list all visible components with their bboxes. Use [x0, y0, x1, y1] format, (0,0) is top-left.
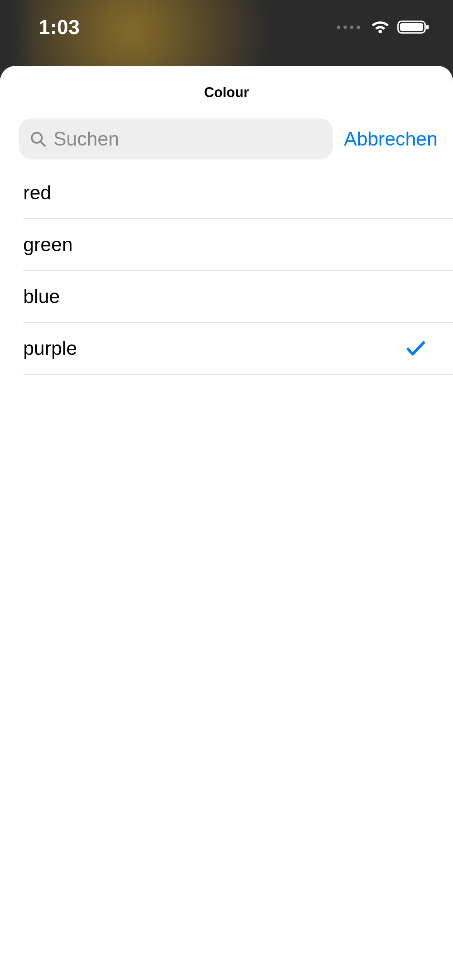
- list-item-label: blue: [23, 285, 60, 308]
- sheet-title: Colour: [0, 84, 453, 101]
- status-time: 1:03: [39, 15, 80, 39]
- list-item-label: green: [23, 233, 73, 256]
- list-item[interactable]: green: [23, 219, 453, 271]
- picker-sheet: Colour Abbrechen red green: [0, 66, 453, 980]
- search-icon: [29, 130, 46, 147]
- status-dots-icon: [337, 26, 360, 29]
- status-bar: 1:03: [0, 0, 453, 54]
- svg-rect-2: [426, 25, 429, 29]
- svg-line-4: [41, 142, 45, 146]
- options-list: red green blue purple: [0, 167, 453, 375]
- list-item[interactable]: blue: [23, 271, 453, 323]
- status-indicators: [337, 19, 430, 35]
- list-item-label: red: [23, 182, 51, 204]
- checkmark-icon: [406, 339, 426, 357]
- list-item-label: purple: [23, 337, 77, 360]
- cancel-button[interactable]: Abbrechen: [344, 128, 438, 150]
- search-field[interactable]: [19, 118, 333, 159]
- battery-icon: [397, 20, 430, 34]
- wifi-icon: [370, 19, 390, 35]
- search-input[interactable]: [53, 128, 322, 150]
- list-item[interactable]: purple: [23, 323, 453, 375]
- sheet-header: Colour: [0, 66, 453, 112]
- list-item[interactable]: red: [23, 167, 453, 219]
- svg-rect-1: [400, 23, 423, 31]
- search-row: Abbrechen: [0, 112, 453, 167]
